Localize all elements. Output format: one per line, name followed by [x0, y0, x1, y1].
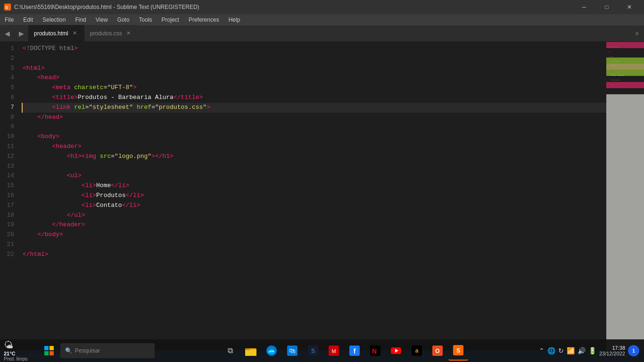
office-app[interactable]: O	[428, 341, 447, 361]
line-num-16: 16	[0, 191, 14, 201]
taskbar-apps: ⧉	[155, 341, 534, 361]
store-app[interactable]: 🛍	[282, 341, 302, 361]
chevron-up-icon[interactable]: ⌃	[539, 347, 545, 354]
code-line-9	[23, 122, 606, 132]
line-num-20: 20	[0, 230, 14, 240]
code-line-2	[23, 54, 606, 64]
code-line-6: <title>Produtos - Barbearia Alura</title…	[23, 93, 606, 103]
svg-text:"UFT-8": "UFT-8"	[611, 65, 616, 67]
titlebar-left: S C:\Users\55169\Desktop\produtos.html -…	[4, 3, 199, 11]
facebook-app[interactable]: f	[345, 341, 364, 361]
code-line-4: <head>	[23, 73, 606, 83]
sublimetext-icon: S	[452, 344, 465, 357]
taskbar-search[interactable]: 🔍 Pesquisar	[60, 343, 155, 358]
line-num-13: 13	[0, 162, 14, 172]
code-line-12: <h1><img src="logo.png"></h1>	[23, 152, 606, 162]
svg-rect-11	[44, 346, 49, 350]
taskview-icon: ⧉	[223, 344, 237, 357]
svg-rect-13	[44, 351, 49, 355]
refresh-icon: ↻	[558, 347, 564, 354]
menu-file[interactable]: File	[0, 14, 18, 25]
menu-help[interactable]: Help	[224, 14, 245, 25]
line-num-11: 11	[0, 142, 14, 152]
code-line-11: <header>	[23, 142, 606, 152]
code-line-21	[23, 240, 606, 250]
svg-text:<!DOCTYPE html>: <!DOCTYPE html>	[607, 46, 619, 48]
wifi-icon[interactable]: 📶	[567, 347, 575, 354]
line-num-9: 9	[0, 122, 14, 132]
office-icon: O	[431, 344, 444, 357]
svg-text:O: O	[436, 348, 440, 354]
title-bar: S C:\Users\55169\Desktop\produtos.html -…	[0, 0, 644, 14]
svg-text:<head>: <head>	[609, 56, 614, 58]
code-line-20: </body>	[23, 230, 606, 240]
tab-close-css[interactable]: ✕	[125, 30, 132, 37]
code-line-7: <link rel="stylesheet" href="produtos.cs…	[22, 103, 606, 113]
netflix-app[interactable]: N	[365, 341, 385, 361]
minimize-button[interactable]: ─	[573, 0, 595, 14]
mcafee-app[interactable]: M	[324, 341, 344, 361]
window-title: C:\Users\55169\Desktop\produtos.html - S…	[14, 4, 199, 10]
code-line-10: <body>	[23, 132, 606, 142]
youtube-app[interactable]	[386, 341, 406, 361]
start-button[interactable]	[38, 339, 60, 362]
clock-time: 17:38	[612, 345, 625, 351]
tab-nav-right[interactable]: ▶	[14, 25, 28, 41]
line-num-21: 21	[0, 240, 14, 250]
minimap-svg: <!DOCTYPE html> <html> <head> meta chars…	[606, 42, 644, 136]
weather-desc: Pred. limpo	[4, 356, 28, 362]
edge-app[interactable]	[262, 341, 281, 361]
tab-produtos-css[interactable]: produtos.css ✕	[84, 25, 138, 41]
line-num-10: 10	[0, 132, 14, 142]
taskbar: 🌤 21°C Pred. limpo 🔍 Pesquisar ⧉	[0, 339, 644, 362]
line-num-19: 19	[0, 220, 14, 230]
battery-icon: 🔋	[588, 347, 596, 354]
svg-text:M: M	[332, 348, 336, 354]
menu-goto[interactable]: Goto	[113, 14, 134, 25]
line-num-1: 1	[0, 44, 14, 54]
code-line-14: <ul>	[23, 171, 606, 181]
clock-widget[interactable]: 17:38 23/12/2022	[599, 345, 625, 356]
system-tray: ⌃ 🌐 ↻ 📶 🔊 🔋 17:38 23/12/2022 1	[534, 345, 644, 356]
svg-text:S: S	[311, 348, 315, 354]
line-num-7: 7	[0, 103, 14, 113]
menu-view[interactable]: View	[91, 14, 113, 25]
line-num-6: 6	[0, 93, 14, 103]
tab-close-html[interactable]: ✕	[71, 30, 79, 37]
code-line-17: <li>Contato</li>	[23, 201, 606, 211]
svg-text:a: a	[415, 347, 419, 354]
menu-find[interactable]: Find	[70, 14, 91, 25]
svg-rect-14	[50, 351, 54, 355]
speaker-icon[interactable]: 🔊	[578, 347, 586, 354]
windows-logo-icon	[44, 346, 54, 356]
facebook-icon: f	[348, 344, 361, 357]
menu-edit[interactable]: Edit	[18, 14, 38, 25]
tab-nav-left[interactable]: ◀	[0, 25, 14, 41]
notification-badge[interactable]: 1	[628, 345, 639, 356]
line-num-17: 17	[0, 201, 14, 211]
youtube-icon	[389, 344, 403, 357]
code-editor[interactable]: <!DOCTYPE html> <html> <head> <meta char…	[19, 42, 606, 350]
sublimetext-app[interactable]: S	[448, 341, 468, 361]
menu-preferences[interactable]: Preferences	[184, 14, 224, 25]
tab-dropdown-button[interactable]: ≡	[630, 25, 644, 41]
store-icon: 🛍	[286, 344, 299, 357]
svg-rect-17	[245, 348, 250, 350]
line-num-3: 3	[0, 64, 14, 74]
language-icon: 🌐	[547, 347, 555, 354]
menu-tools[interactable]: Tools	[134, 14, 157, 25]
code-line-19: </header>	[23, 220, 606, 230]
fileexplorer-app[interactable]	[241, 341, 261, 361]
menu-selection[interactable]: Selection	[38, 14, 70, 25]
menu-project[interactable]: Project	[157, 14, 184, 25]
svg-text:</head>: </head>	[609, 84, 614, 86]
search-label: Pesquisar	[75, 347, 100, 354]
taskview-button[interactable]: ⧉	[220, 341, 240, 361]
amazon-app[interactable]: a	[407, 341, 427, 361]
setapp-app[interactable]: S	[303, 341, 323, 361]
code-line-1: <!DOCTYPE html>	[23, 44, 606, 54]
tab-produtos-html[interactable]: produtos.html ✕	[28, 25, 84, 41]
close-button[interactable]: ✕	[619, 0, 640, 14]
svg-text:f: f	[354, 347, 356, 355]
maximize-button[interactable]: □	[596, 0, 618, 14]
